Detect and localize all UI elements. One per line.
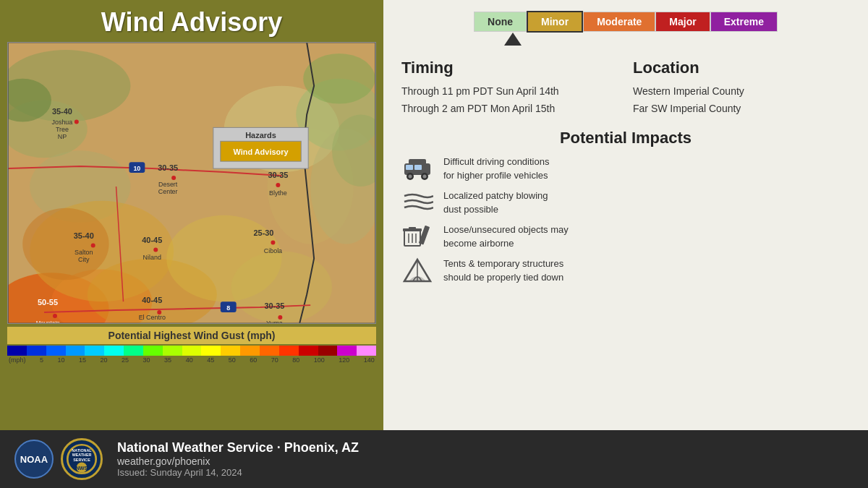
svg-text:8: 8 — [226, 304, 230, 312]
svg-text:SERVICE: SERVICE — [73, 458, 90, 462]
footer-logos: NOAA NATIONAL WEATHER SERVICE NWS — [14, 438, 103, 480]
svg-text:30-35: 30-35 — [268, 171, 288, 179]
svg-point-65 — [423, 174, 427, 178]
svg-text:Joshua: Joshua — [52, 119, 73, 126]
timing-section: Timing Through 11 pm PDT Sun April 14th … — [401, 59, 618, 118]
severity-bar: None Minor Moderate Major Extreme — [401, 11, 850, 33]
severity-minor: Minor — [527, 11, 583, 33]
svg-point-32 — [171, 176, 176, 180]
svg-text:Salton: Salton — [75, 249, 93, 256]
svg-rect-67 — [414, 165, 422, 170]
svg-text:Niland: Niland — [143, 254, 161, 261]
svg-text:El Centro: El Centro — [139, 314, 166, 321]
svg-point-46 — [153, 248, 158, 252]
svg-point-11 — [231, 252, 332, 323]
severity-arrow — [504, 33, 522, 46]
svg-text:30-35: 30-35 — [264, 301, 284, 310]
svg-point-27 — [75, 119, 79, 124]
svg-text:25-30: 25-30 — [253, 228, 273, 237]
colorbar — [7, 346, 376, 356]
svg-text:Yuma: Yuma — [266, 320, 283, 323]
car-icon — [401, 155, 433, 181]
svg-text:40-45: 40-45 — [142, 236, 162, 244]
impact-item-tents: Tents & temporary structuresshould be pr… — [401, 257, 850, 285]
svg-point-36 — [276, 183, 280, 187]
colorbar-labels: (mph)5101520253035404550607080100120140 — [7, 356, 376, 364]
svg-point-17 — [303, 53, 375, 104]
svg-text:NWS: NWS — [76, 466, 88, 471]
severity-major: Major — [655, 12, 710, 32]
location-section: Location Western Imperial County Far SW … — [633, 59, 850, 118]
svg-point-42 — [91, 244, 95, 248]
svg-text:30-35: 30-35 — [158, 163, 178, 172]
wind-dust-icon — [401, 189, 433, 215]
nws-logo: NATIONAL WEATHER SERVICE NWS — [61, 438, 103, 480]
severity-extreme: Extreme — [710, 12, 778, 32]
svg-point-64 — [409, 174, 412, 178]
svg-text:NATIONAL: NATIONAL — [72, 448, 92, 453]
wind-gust-label: Potential Highest Wind Gust (mph) — [7, 327, 376, 344]
svg-point-9 — [22, 208, 109, 280]
svg-text:35-40: 35-40 — [52, 107, 72, 116]
impact-text-tents: Tents & temporary structuresshould be pr… — [443, 257, 563, 285]
svg-text:Hazards: Hazards — [245, 131, 276, 140]
severity-moderate: Moderate — [583, 12, 655, 32]
timing-heading: Timing — [401, 59, 618, 77]
svg-rect-66 — [406, 165, 413, 170]
svg-text:50-55: 50-55 — [38, 298, 58, 307]
footer-text: National Weather Service · Phoenix, AZ w… — [117, 440, 359, 478]
severity-none: None — [474, 12, 527, 32]
impacts-heading: Potential Impacts — [401, 129, 850, 147]
svg-text:Wind Advisory: Wind Advisory — [233, 147, 289, 156]
timing-line2: Through 2 am PDT Mon April 15th — [401, 100, 618, 118]
svg-point-49 — [53, 314, 57, 318]
footer-url: weather.gov/phoenix — [117, 455, 359, 467]
svg-point-39 — [271, 241, 275, 245]
svg-text:City: City — [78, 256, 90, 263]
footer-org: National Weather Service · Phoenix, AZ — [117, 440, 359, 455]
impact-text-dust: Localized patchy blowingdust possible — [443, 189, 548, 217]
location-line1: Western Imperial County — [633, 83, 850, 100]
right-panel: None Minor Moderate Major Extreme Timing… — [383, 0, 868, 430]
colorbar-container: (mph)5101520253035404550607080100120140 — [7, 346, 376, 364]
impact-item-driving: Difficult driving conditionsfor higher p… — [401, 155, 850, 183]
svg-text:35-40: 35-40 — [74, 231, 94, 240]
map-container: 10 8 Hazards Wind Advisory 35-40 Joshua — [7, 42, 376, 324]
svg-rect-70 — [409, 227, 416, 230]
location-line2: Far SW Imperial County — [633, 100, 850, 118]
impact-text-driving: Difficult driving conditionsfor higher p… — [443, 155, 549, 183]
trash-pencil-icon — [401, 223, 433, 249]
svg-text:NP: NP — [58, 133, 67, 140]
footer: NOAA NATIONAL WEATHER SERVICE NWS Nation… — [0, 430, 868, 488]
svg-text:Blythe: Blythe — [269, 189, 287, 197]
tent-icon — [401, 257, 433, 283]
noaa-logo: NOAA — [14, 440, 54, 479]
location-heading: Location — [633, 59, 850, 77]
map-svg: 10 8 Hazards Wind Advisory 35-40 Joshua — [8, 43, 375, 323]
svg-text:Cibola: Cibola — [264, 247, 282, 254]
svg-text:Tree: Tree — [56, 126, 69, 133]
impact-item-objects: Loose/unsecured objects maybecome airbor… — [401, 223, 850, 251]
footer-issued: Issued: Sunday April 14, 2024 — [117, 467, 359, 478]
svg-text:Mountain: Mountain — [36, 320, 60, 323]
svg-text:10: 10 — [133, 165, 140, 172]
left-panel: Wind Advisory — [0, 0, 383, 430]
svg-text:WEATHER: WEATHER — [72, 453, 92, 457]
svg-text:Center: Center — [158, 188, 178, 195]
info-row: Timing Through 11 pm PDT Sun April 14th … — [401, 59, 850, 118]
impacts-section: Potential Impacts Difficult drivi — [401, 129, 850, 291]
timing-line1: Through 11 pm PDT Sun April 14th — [401, 83, 618, 100]
svg-text:Desert: Desert — [158, 181, 178, 188]
wind-advisory-title: Wind Advisory — [101, 7, 282, 38]
impact-item-dust: Localized patchy blowingdust possible — [401, 189, 850, 217]
svg-text:40-45: 40-45 — [142, 296, 162, 304]
impact-text-objects: Loose/unsecured objects maybecome airbor… — [443, 223, 569, 251]
